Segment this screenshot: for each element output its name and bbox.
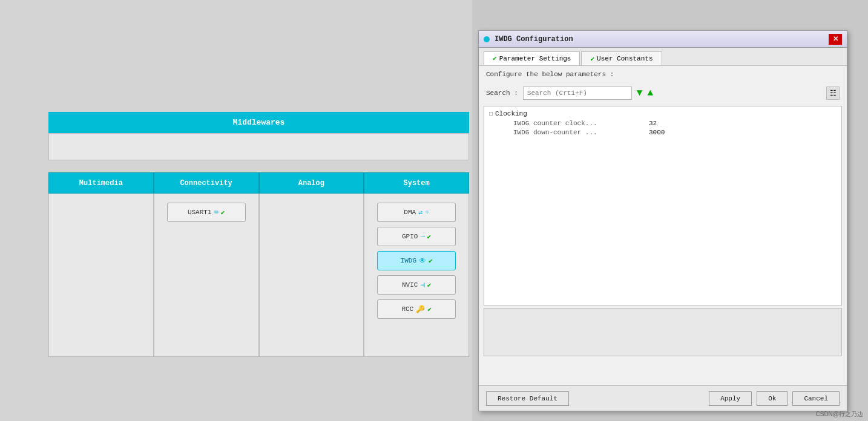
iwdg-dialog: IWDG Configuration ✕ ✔ Parameter Setting… <box>478 30 847 411</box>
rcc-icon: 🔑 <box>416 305 425 314</box>
rcc-button[interactable]: RCC 🔑✔ <box>377 299 456 319</box>
search-bar: Search : ▼ ▲ ☷ <box>479 83 847 103</box>
watermark: CSDN@行之乃边 <box>816 410 864 419</box>
tab-user-constants[interactable]: ✔ User Constants <box>581 51 662 65</box>
connectivity-header: Connectivity <box>154 172 259 194</box>
rcc-check: ✔ <box>427 305 432 313</box>
nvic-icon: ⊣ <box>420 281 424 290</box>
usart1-check: ✔ <box>221 209 225 217</box>
multimedia-body <box>48 194 154 357</box>
iwdg-down-counter-value: 3000 <box>649 129 665 136</box>
system-label: System <box>404 179 430 188</box>
multimedia-label: Multimedia <box>79 179 123 188</box>
cancel-button[interactable]: Cancel <box>792 391 840 406</box>
middlewares-content <box>48 133 469 160</box>
search-prev-icon[interactable]: ▲ <box>647 88 653 99</box>
tab-parameter-check: ✔ <box>493 54 497 62</box>
dma-check: + <box>425 209 429 216</box>
nvic-check: ✔ <box>427 281 432 289</box>
iwdg-counter-clock-value: 32 <box>649 120 657 127</box>
system-body: DMA ⇌+ GPIO →✔ IWDG 👁✔ NVIC ⊣✔ RCC 🔑✔ <box>364 194 469 357</box>
nvic-button[interactable]: NVIC ⊣✔ <box>377 275 456 295</box>
title-dot <box>484 36 490 42</box>
categories-row: Multimedia Connectivity USART1 ⌨✔ Analog… <box>48 172 469 357</box>
clocking-expand-icon: □ <box>489 111 493 117</box>
search-input[interactable] <box>523 86 632 100</box>
iwdg-check: ✔ <box>429 257 433 265</box>
bottom-description-area <box>484 308 842 356</box>
gpio-button[interactable]: GPIO →✔ <box>377 227 456 246</box>
dialog-title: IWDG Configuration <box>495 35 573 44</box>
search-label: Search : <box>486 90 518 97</box>
restore-default-button[interactable]: Restore Default <box>486 391 569 406</box>
dialog-titlebar: IWDG Configuration ✕ <box>479 31 847 48</box>
tab-user-check: ✔ <box>590 55 594 63</box>
iwdg-button[interactable]: IWDG 👁✔ <box>377 251 456 270</box>
tab-parameter-label: Parameter Settings <box>499 55 571 62</box>
clocking-group: □ Clocking IWDG counter clock... 32 IWDG… <box>489 110 837 136</box>
clocking-label: Clocking <box>495 110 527 117</box>
analog-col: Analog <box>259 172 364 357</box>
connectivity-col: Connectivity USART1 ⌨✔ <box>154 172 259 357</box>
tab-parameter-settings[interactable]: ✔ Parameter Settings <box>484 51 580 65</box>
dma-button[interactable]: DMA ⇌+ <box>377 203 456 222</box>
gpio-icon: → <box>420 232 424 241</box>
clocking-group-header[interactable]: □ Clocking <box>489 110 837 117</box>
dialog-description: Configure the below parameters : <box>479 66 847 83</box>
system-col: System DMA ⇌+ GPIO →✔ IWDG 👁✔ NVIC ⊣✔ RC… <box>364 172 469 357</box>
iwdg-counter-clock-label: IWDG counter clock... <box>513 120 646 127</box>
search-next-icon[interactable]: ▼ <box>637 88 643 99</box>
usart1-button[interactable]: USART1 ⌨✔ <box>167 203 246 222</box>
connectivity-label: Connectivity <box>180 179 232 188</box>
analog-body <box>259 194 364 357</box>
tree-item-iwdg-down-counter: IWDG down-counter ... 3000 <box>489 129 837 136</box>
tree-item-iwdg-counter-clock: IWDG counter clock... 32 <box>489 120 837 127</box>
dialog-footer: Restore Default Apply Ok Cancel <box>479 385 847 411</box>
dialog-close-button[interactable]: ✕ <box>829 34 842 45</box>
system-header: System <box>364 172 469 194</box>
iwdg-icon: 👁 <box>419 256 426 266</box>
dialog-tabs: ✔ Parameter Settings ✔ User Constants <box>479 48 847 66</box>
iwdg-down-counter-label: IWDG down-counter ... <box>513 129 646 136</box>
dma-icon: ⇌ <box>418 208 422 217</box>
dialog-desc-text: Configure the below parameters : <box>486 71 614 78</box>
tab-user-label: User Constants <box>597 55 653 62</box>
grid-view-icon[interactable]: ☷ <box>826 86 840 100</box>
gpio-check: ✔ <box>427 233 432 241</box>
apply-button[interactable]: Apply <box>709 391 752 406</box>
multimedia-col: Multimedia <box>48 172 154 357</box>
analog-header: Analog <box>259 172 364 194</box>
params-tree-area: □ Clocking IWDG counter clock... 32 IWDG… <box>484 106 842 305</box>
usart1-icon: ⌨ <box>214 208 219 217</box>
multimedia-header: Multimedia <box>48 172 154 194</box>
ok-button[interactable]: Ok <box>757 391 787 406</box>
middlewares-bar: Middlewares <box>48 112 469 133</box>
connectivity-body: USART1 ⌨✔ <box>154 194 259 357</box>
middlewares-label: Middlewares <box>233 118 285 127</box>
analog-label: Analog <box>298 179 324 188</box>
